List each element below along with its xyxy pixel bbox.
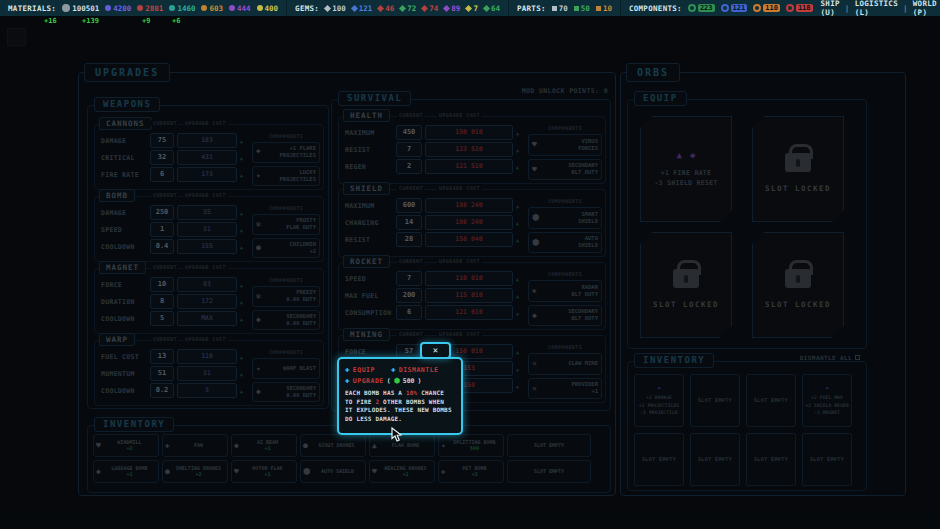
gadget-chip[interactable]: ✚PET BOMB+3 [438, 460, 504, 483]
upgrade-arrow-icon[interactable]: ▲ [240, 155, 248, 161]
upgrade-arrow-icon[interactable]: ▲ [516, 220, 524, 226]
upgrade-arrow-icon[interactable]: ▲ [240, 316, 248, 322]
equip-slot-locked[interactable]: SLOT LOCKED [640, 232, 732, 338]
component-slot[interactable]: ✕ PROVIDER+1 [528, 378, 602, 400]
upgrade-cost-button[interactable]: 83 [177, 277, 237, 292]
gadget-chip[interactable]: ♥HEALING DRONES+1 [369, 460, 435, 483]
gadget-chip-empty[interactable]: SLOT EMPTY [507, 460, 591, 483]
gadget-icon: ▲ [372, 441, 377, 450]
component-slot[interactable]: ● CHILDREN+2 [252, 238, 320, 259]
component-slot[interactable]: ⌖ +1 FLAREPROJECTILES [252, 142, 320, 163]
component-slot[interactable]: ❄ FROSTYFLAK DUTY [252, 214, 320, 235]
gadget-chip[interactable]: ◆AI BEAM+1 [231, 434, 297, 457]
popup-dismantle-button[interactable]: DISMANTLE [399, 366, 439, 374]
upgrade-arrow-icon[interactable]: ▲ [240, 371, 248, 377]
component-slot[interactable]: ◆ SECONDARYBLT DUTY [528, 305, 602, 327]
equip-slot-locked[interactable]: SLOT LOCKED [752, 232, 844, 338]
upgrade-cost-button[interactable]: 188 240 [425, 198, 513, 213]
component-slot[interactable]: ✦ LUCKYPROJECTILES [252, 166, 320, 187]
section-title: MINING [343, 328, 390, 341]
gadget-chip[interactable]: ⬢AUTO SHIELD [300, 460, 366, 483]
component-counter: 121 [721, 4, 748, 12]
component-slot[interactable]: ✚ RADARBLT DUTY [528, 280, 602, 302]
component-slot[interactable]: ♥ SECONDARYBLT DUTY [528, 159, 602, 181]
equip-slot-locked[interactable]: SLOT LOCKED [752, 116, 844, 222]
equip-slot-orb[interactable]: ▲◆ +1 FIRE RATE -3 SHIELD RESET [640, 116, 732, 222]
component-slot[interactable]: ✕ CLAW MINE [528, 353, 602, 375]
menu-world[interactable]: WORLD (P) [913, 0, 937, 17]
gadget-chip-splitting-bomb[interactable]: ✦SPLITTING BOMB500 [438, 434, 504, 457]
upgrade-cost-button[interactable]: 35 [177, 205, 237, 220]
gadget-chip[interactable]: ◆LUGGAGE BOMB+1 [93, 460, 159, 483]
upgrade-cost-button[interactable]: 108 240 [425, 215, 513, 230]
upgrade-cost-button[interactable]: 183 [177, 133, 237, 148]
component-slot[interactable]: ⬢ SMARTSHIELD [528, 207, 602, 229]
upgrade-arrow-icon[interactable]: ▲ [240, 299, 248, 305]
dismantle-all-button[interactable]: DISMANTLE ALL [800, 354, 860, 361]
orb-inventory-slot-empty[interactable]: SLOT EMPTY [746, 433, 796, 486]
upgrade-arrow-icon[interactable]: ▲ [240, 354, 248, 360]
upgrade-cost-button[interactable]: 121 010 [425, 305, 513, 320]
upgrade-arrow-icon[interactable]: ▲ [240, 172, 248, 178]
popup-close-button[interactable]: ✕ [420, 342, 451, 359]
upgrade-cost-button[interactable]: 121 510 [425, 159, 513, 174]
gadget-chip[interactable]: ▲FLAK BOMB [369, 434, 435, 457]
upgrade-arrow-icon[interactable]: ▲ [516, 383, 524, 389]
upgrade-arrow-icon[interactable]: ▲ [240, 210, 248, 216]
upgrade-arrow-icon[interactable]: ▲ [240, 282, 248, 288]
upgrade-arrow-icon[interactable]: ▲ [516, 293, 524, 299]
upgrade-cost-button[interactable]: 110 010 [425, 271, 513, 286]
gadget-chip[interactable]: ♥WINDMILL+2 [93, 434, 159, 457]
upgrade-cost-button[interactable]: 3 [177, 383, 237, 398]
orb-inventory-slot-empty[interactable]: SLOT EMPTY [746, 374, 796, 427]
upgrade-arrow-icon[interactable]: ▲ [240, 227, 248, 233]
upgrade-cost-button[interactable]: 172 [177, 294, 237, 309]
upgrade-arrow-icon[interactable]: ▲ [516, 147, 524, 153]
gadget-chip-empty[interactable]: SLOT EMPTY [507, 434, 591, 457]
orb-inventory-slot[interactable]: ✦ +2 DAMAGE +2 PROJECTILES -1 PROJECTILE [634, 374, 684, 427]
component-slot[interactable]: ⬢ AUTOSHIELD [528, 232, 602, 254]
upgrade-arrow-icon[interactable]: ▲ [516, 164, 524, 170]
component-slot[interactable]: ◆ SECONDARY0.04 DUTY [252, 382, 320, 403]
upgrade-arrow-icon[interactable]: ▲ [240, 138, 248, 144]
upgrade-cost-button[interactable]: 110 [177, 349, 237, 364]
orb-inventory-slot-empty[interactable]: SLOT EMPTY [690, 433, 740, 486]
gadget-chip[interactable]: ●SMELTING DRONES+2 [162, 460, 228, 483]
menu-logistics[interactable]: LOGISTICS (L) [855, 0, 898, 17]
section-title: HEALTH [343, 109, 390, 122]
upgrade-arrow-icon[interactable]: ▲ [516, 310, 524, 316]
orb-inventory-slot[interactable]: ✦ +2 FUEL MAX +2 SHIELD REGEN -1 MAGNET [802, 374, 852, 427]
upgrade-cost-button[interactable]: 173 [177, 167, 237, 182]
upgrade-cost-button[interactable]: MAX [177, 311, 237, 326]
orb-inventory-slot-empty[interactable]: SLOT EMPTY [690, 374, 740, 427]
upgrade-cost-button[interactable]: 155 [177, 239, 237, 254]
upgrade-cost-button[interactable]: 31 [177, 222, 237, 237]
dismantle-icon [855, 355, 860, 360]
upgrade-cost-button[interactable]: 31 [177, 366, 237, 381]
popup-upgrade-button[interactable]: UPGRADE [353, 377, 384, 385]
gadget-chip[interactable]: ♥ROTOR FLAK+1 [231, 460, 297, 483]
component-slot[interactable]: ✦ WARP BLAST [252, 358, 320, 379]
upgrade-arrow-icon[interactable]: ▲ [516, 349, 524, 355]
component-slot[interactable]: ♥ VIRUSFORCES [528, 134, 602, 156]
menu-ship[interactable]: SHIP (U) [821, 0, 840, 17]
gadget-chip[interactable]: ✚FAN [162, 434, 228, 457]
component-slot[interactable]: ◆ SECONDARY0.04 DUTY [252, 310, 320, 331]
upgrade-cost-button[interactable]: 158 040 [425, 232, 513, 247]
orb-inventory-slot-empty[interactable]: SLOT EMPTY [802, 433, 852, 486]
upgrade-arrow-icon[interactable]: ▲ [516, 366, 524, 372]
upgrade-arrow-icon[interactable]: ▲ [240, 388, 248, 394]
orb-inventory-slot-empty[interactable]: SLOT EMPTY [634, 433, 684, 486]
component-slot[interactable]: ❄ FREEZY0.04 DUTY [252, 286, 320, 307]
upgrade-arrow-icon[interactable]: ▲ [516, 203, 524, 209]
upgrade-arrow-icon[interactable]: ▲ [240, 244, 248, 250]
upgrade-cost-button[interactable]: 123 510 [425, 142, 513, 157]
popup-equip-button[interactable]: EQUIP [353, 366, 375, 374]
upgrade-arrow-icon[interactable]: ▲ [516, 276, 524, 282]
upgrade-cost-button[interactable]: 150 010 [425, 125, 513, 140]
upgrade-arrow-icon[interactable]: ▲ [516, 130, 524, 136]
upgrade-cost-button[interactable]: 115 010 [425, 288, 513, 303]
gadget-chip[interactable]: ●SCOUT DRONES [300, 434, 366, 457]
upgrade-arrow-icon[interactable]: ▲ [516, 237, 524, 243]
upgrade-cost-button[interactable]: 431 [177, 150, 237, 165]
